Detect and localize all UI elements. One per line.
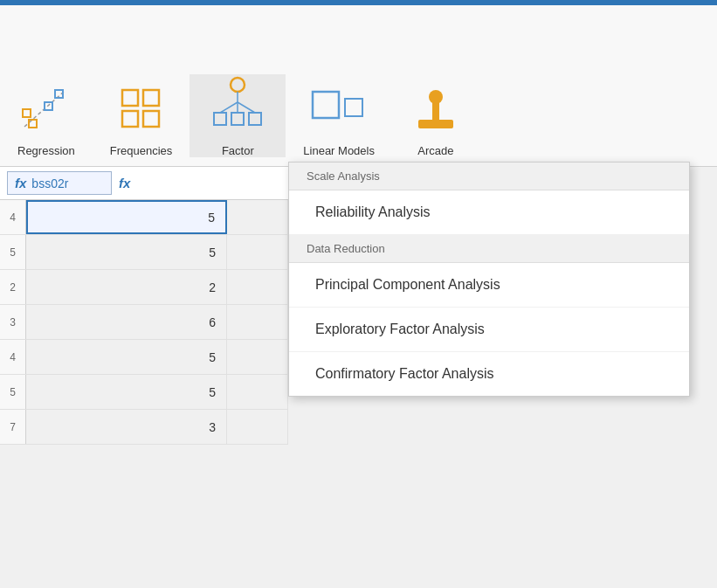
svg-rect-18 bbox=[345, 99, 362, 116]
arcade-label: Arcade bbox=[417, 144, 453, 157]
grid-row: 4 5 bbox=[0, 200, 288, 235]
row-number: 5 bbox=[0, 235, 26, 269]
grid-cell-empty bbox=[227, 340, 288, 374]
svg-rect-19 bbox=[418, 120, 453, 128]
grid-cell-empty bbox=[227, 270, 288, 304]
fx-icon-left: fx bbox=[15, 176, 26, 190]
menu-item-reliability[interactable]: Reliability Analysis bbox=[289, 190, 689, 235]
menu-section-header-data-reduction: Data Reduction bbox=[289, 235, 689, 263]
grid-row: 5 5 bbox=[0, 375, 288, 410]
svg-rect-17 bbox=[313, 92, 339, 118]
svg-line-11 bbox=[220, 102, 238, 113]
grid-cell[interactable]: 2 bbox=[26, 270, 227, 304]
grid-cell-empty bbox=[227, 305, 288, 339]
menu-section-header-scale: Scale Analysis bbox=[289, 163, 689, 190]
grid-cell-empty bbox=[227, 375, 288, 409]
svg-rect-1 bbox=[29, 120, 37, 128]
row-number: 4 bbox=[0, 200, 26, 234]
ribbon-item-regression[interactable]: Regression bbox=[0, 83, 93, 157]
grid-area: 4 5 5 5 2 2 3 6 4 5 bbox=[0, 200, 288, 445]
grid-row: 4 5 bbox=[0, 340, 288, 375]
grid-row: 3 6 bbox=[0, 305, 288, 340]
svg-rect-4 bbox=[23, 109, 31, 117]
grid-cell-selected[interactable]: 5 bbox=[26, 200, 227, 234]
grid-cell[interactable]: 5 bbox=[26, 340, 227, 374]
linear-models-label: Linear Models bbox=[303, 144, 375, 157]
grid-cell[interactable]: 5 bbox=[26, 235, 227, 269]
svg-point-21 bbox=[429, 90, 443, 104]
menu-item-pca[interactable]: Principal Component Analysis bbox=[289, 263, 689, 308]
cell-reference-value: bss02r bbox=[31, 176, 68, 190]
menu-item-efa[interactable]: Exploratory Factor Analysis bbox=[289, 308, 689, 352]
frequencies-icon bbox=[115, 83, 168, 139]
ribbon-item-frequencies[interactable]: Frequencies bbox=[93, 83, 190, 157]
regression-label: Regression bbox=[17, 144, 75, 157]
ribbon-item-arcade[interactable]: Arcade bbox=[392, 83, 479, 157]
grid-cell[interactable]: 6 bbox=[26, 305, 227, 339]
svg-rect-8 bbox=[143, 111, 159, 127]
ribbon: Regression Frequencies bbox=[0, 5, 717, 167]
row-number: 3 bbox=[0, 305, 26, 339]
grid-cell-empty bbox=[227, 200, 288, 234]
svg-rect-5 bbox=[122, 90, 138, 106]
grid-row: 5 5 bbox=[0, 235, 288, 270]
frequencies-label: Frequencies bbox=[110, 144, 173, 157]
dropdown-menu: Scale Analysis Reliability Analysis Data… bbox=[288, 162, 690, 397]
grid-row: 7 3 bbox=[0, 410, 288, 445]
row-number: 4 bbox=[0, 340, 26, 374]
fx-icon-right: fx bbox=[119, 176, 130, 190]
svg-line-13 bbox=[238, 102, 255, 113]
svg-point-9 bbox=[231, 78, 245, 92]
regression-icon bbox=[20, 83, 72, 139]
arcade-icon bbox=[410, 83, 462, 139]
svg-rect-7 bbox=[122, 111, 138, 127]
grid-cell[interactable]: 5 bbox=[26, 375, 227, 409]
row-number: 7 bbox=[0, 410, 26, 444]
formula-bar: fx bss02r fx bbox=[0, 167, 288, 200]
menu-item-cfa[interactable]: Confirmatory Factor Analysis bbox=[289, 352, 689, 396]
grid-cell[interactable]: 3 bbox=[26, 410, 227, 444]
grid-cell-empty bbox=[227, 410, 288, 444]
row-number: 2 bbox=[0, 270, 26, 304]
svg-rect-16 bbox=[249, 113, 261, 125]
svg-rect-6 bbox=[143, 90, 159, 106]
formula-bar-right: fx bbox=[119, 176, 281, 190]
row-number: 5 bbox=[0, 375, 26, 409]
svg-rect-14 bbox=[214, 113, 226, 125]
left-panel: fx bss02r fx 4 5 5 5 2 2 bbox=[0, 167, 288, 588]
linear-models-icon bbox=[308, 83, 369, 139]
svg-rect-15 bbox=[231, 113, 244, 125]
cell-reference-box[interactable]: fx bss02r bbox=[7, 171, 112, 195]
grid-cell-empty bbox=[227, 235, 288, 269]
factor-label: Factor bbox=[222, 144, 254, 157]
grid-row: 2 2 bbox=[0, 270, 288, 305]
ribbon-item-linear-models[interactable]: Linear Models bbox=[286, 83, 392, 157]
ribbon-item-factor[interactable]: Factor bbox=[190, 74, 286, 157]
factor-icon bbox=[207, 74, 268, 139]
